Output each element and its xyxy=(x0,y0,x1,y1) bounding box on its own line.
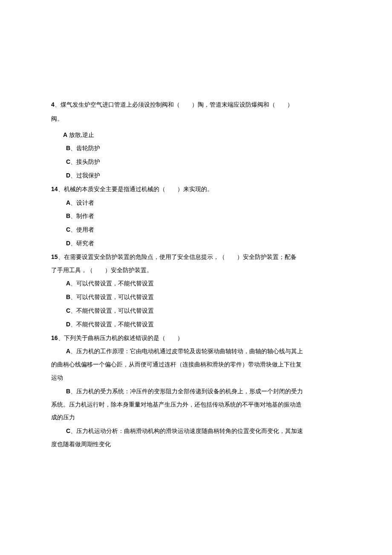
q15-stem-line2: 了手用工具，（ ）安全防护装置。 xyxy=(51,264,341,277)
q14-number: 14 xyxy=(51,186,58,192)
q4-stem-text1: 、煤气发生炉空气进口管道上必须设控制阀和（ ）陶，管道末端应设防爆阀和（ ） xyxy=(55,102,293,108)
q15-stem-line1: 15、在需要设置安全防护装置的危险点，使用了安全信息提示，（ ）安全防护装置；配… xyxy=(51,250,341,264)
q16-stem: 16、下列关于曲柄压力机的叙述错误的是（ ） xyxy=(51,331,341,345)
q14-option-a-text: 、设计者 xyxy=(70,200,94,206)
q14-option-b: B、制作者 xyxy=(51,209,341,223)
q16-option-a-line3: 运动 xyxy=(51,372,341,385)
q16-option-a-text1: 、压力机的工作原理：它由电动机通过皮带轮及齿轮驱动曲轴转动，曲轴的轴心线与其上 xyxy=(70,348,303,355)
q14-stem-text: 、机械的本质安全主要是指通过机械的（ ）来实现的。 xyxy=(58,186,213,192)
q16-number: 16 xyxy=(51,334,58,341)
option-label-b: B xyxy=(66,388,70,395)
q4-stem-line1: 4、煤气发生炉空气进口管道上必须设控制阀和（ ）陶，管道末端应设防爆阀和（ ） xyxy=(51,98,341,112)
q14-option-b-text: 、制作者 xyxy=(70,213,94,219)
q16-option-c-line2: 度也随着做周期性变化 xyxy=(51,438,341,451)
q15-option-c: C、不能代替设置，可以代替设置 xyxy=(51,304,341,318)
q14-option-a: A、设计者 xyxy=(51,196,341,210)
q4-option-d-text: 、过我保护 xyxy=(70,172,100,179)
q16-option-b-line2: 系统。压力机运行时，除本身重量对地基产生压力外，还包括传动系统的不平衡对地基的振… xyxy=(51,398,341,412)
q15-option-d-text: 、不能代替设置，不能代替设置 xyxy=(70,321,154,328)
q14-option-d: D、研究者 xyxy=(51,237,341,250)
q15-option-b: B、可以代替设置，可以代替设置 xyxy=(51,291,341,304)
q4-option-b-text: 、齿轮防护 xyxy=(70,145,100,151)
option-label-a: A xyxy=(66,348,70,355)
q15-option-c-text: 、不能代替设置，可以代替设置 xyxy=(70,308,154,314)
q15-option-a: A、可以代替设置，不能代替设置 xyxy=(51,277,341,291)
q16-option-c-text1: 、压力机运动分析：曲柄滑动机构的滑块运动速度随曲柄转角的位置变化而变化，其加速 xyxy=(70,428,303,434)
q4-stem-line2: 阀。 xyxy=(51,113,341,126)
option-label-d: D xyxy=(66,172,70,179)
q4-option-c: C、接头防护 xyxy=(51,155,341,169)
q15-option-d: D、不能代替设置，不能代替设置 xyxy=(51,318,341,331)
q4-option-d: D、过我保护 xyxy=(51,169,341,183)
q16-option-b-text1: 、压力机的受力系统：冲压件的变形阻力全部传递到设备的机身上，形成一个封闭的受力 xyxy=(70,388,303,395)
q16-stem-text: 、下列关于曲柄压力机的叙述错误的是（ ） xyxy=(58,335,183,341)
option-label-d: D xyxy=(66,321,70,328)
option-label-b: B xyxy=(66,293,70,300)
option-label-a: A xyxy=(66,199,70,206)
q14-stem: 14、机械的本质安全主要是指通过机械的（ ）来实现的。 xyxy=(51,183,341,196)
q4-option-c-text: 、接头防护 xyxy=(70,159,100,165)
q15-number: 15 xyxy=(51,253,58,260)
option-label-b: B xyxy=(66,212,70,219)
q14-option-c-text: 、使用者 xyxy=(70,227,94,233)
q4-option-b: B、齿轮防护 xyxy=(51,142,341,155)
q4-number: 4 xyxy=(51,101,55,108)
option-label-c: C xyxy=(66,226,70,233)
q15-option-a-text: 、可以代替设置，不能代替设置 xyxy=(70,280,154,287)
q14-option-d-text: 、研究者 xyxy=(70,240,94,247)
q4-option-a: A 放散,逆止 xyxy=(51,128,341,142)
option-label-a: A xyxy=(66,280,70,287)
q16-option-a-line2: 的曲柄心线偏移一个偏心距，从而便可通过连杆（连接曲柄和滑块的零件）带动滑块做上下… xyxy=(51,358,341,372)
q16-option-c-line1: C、压力机运动分析：曲柄滑动机构的滑块运动速度随曲柄转角的位置变化而变化，其加速 xyxy=(51,424,341,438)
q4-option-a-text: 放散,逆止 xyxy=(67,132,94,138)
option-label-a: A xyxy=(63,131,67,138)
q16-option-b-line3: 成的压力 xyxy=(51,411,341,424)
option-label-c: C xyxy=(66,307,70,314)
option-label-d: D xyxy=(66,240,70,247)
q15-option-b-text: 、可以代替设置，可以代替设置 xyxy=(70,294,154,300)
q14-option-c: C、使用者 xyxy=(51,223,341,237)
option-label-b: B xyxy=(66,145,70,151)
option-label-c: C xyxy=(66,427,70,434)
option-label-c: C xyxy=(66,158,70,165)
q16-option-b-line1: B、压力机的受力系统：冲压件的变形阻力全部传递到设备的机身上，形成一个封闭的受力 xyxy=(51,385,341,398)
q15-stem-text1: 、在需要设置安全防护装置的危险点，使用了安全信息提示，（ ）安全防护装置；配备 xyxy=(58,254,297,260)
q16-option-a-line1: A、压力机的工作原理：它由电动机通过皮带轮及齿轮驱动曲轴转动，曲轴的轴心线与其上 xyxy=(51,345,341,358)
